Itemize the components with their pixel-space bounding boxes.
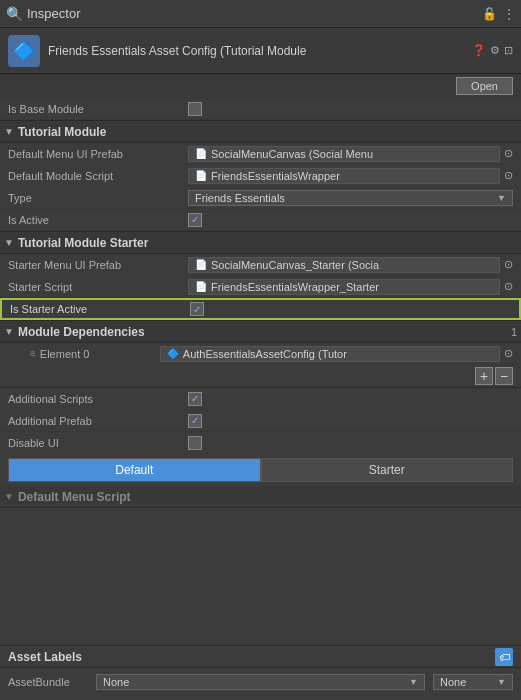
starter-menu-ui-prefab-value: 📄 SocialMenuCanvas_Starter (Socia ⊙ — [188, 257, 513, 273]
starter-script-value: 📄 FriendsEssentialsWrapper_Starter ⊙ — [188, 279, 513, 295]
type-label: Type — [8, 192, 188, 204]
menu-icon[interactable]: ⋮ — [503, 7, 515, 21]
starter-script-ref[interactable]: 📄 FriendsEssentialsWrapper_Starter — [188, 279, 500, 295]
default-module-script-value: 📄 FriendsEssentialsWrapper ⊙ — [188, 168, 513, 184]
bottom-section-header[interactable]: ▼ Default Menu Script — [0, 486, 521, 508]
additional-prefab-label: Additional Prefab — [8, 415, 188, 427]
circle-icon[interactable]: ⊙ — [504, 147, 513, 160]
additional-scripts-value — [188, 392, 513, 406]
asset-name: Friends Essentials Asset Config (Tutoria… — [48, 44, 464, 58]
bundle-dropdown-arrow-1: ▼ — [409, 677, 418, 687]
element-0-ref[interactable]: 🔷 AuthEssentialsAssetConfig (Tutor — [160, 346, 500, 362]
is-base-module-label: Is Base Module — [8, 103, 188, 115]
default-menu-ui-prefab-ref[interactable]: 📄 SocialMenuCanvas (Social Menu — [188, 146, 500, 162]
additional-scripts-checkbox[interactable] — [188, 392, 202, 406]
tutorial-module-starter-section-header[interactable]: ▼ Tutorial Module Starter — [0, 232, 521, 254]
maximize-icon[interactable]: ⊡ — [504, 44, 513, 57]
tutorial-module-starter-title: Tutorial Module Starter — [18, 236, 148, 250]
starter-script-icon: 📄 — [195, 281, 207, 292]
tutorial-module-title: Tutorial Module — [18, 125, 106, 139]
additional-scripts-row: Additional Scripts — [0, 388, 521, 410]
disable-ui-row: Disable UI — [0, 432, 521, 454]
starter-prefab-icon: 📄 — [195, 259, 207, 270]
dependencies-triangle: ▼ — [4, 326, 14, 337]
is-starter-active-row: Is Starter Active — [0, 298, 521, 320]
tab-default[interactable]: Default — [8, 458, 261, 482]
plus-minus-row: + − — [0, 365, 521, 387]
asset-bundle-label: AssetBundle — [8, 676, 88, 688]
lock-icon[interactable]: 🔓 — [482, 7, 497, 21]
script-icon: 📄 — [195, 170, 207, 181]
type-dropdown[interactable]: Friends Essentials ▼ — [188, 190, 513, 206]
help-icon[interactable]: ❓ — [472, 44, 486, 57]
type-value: Friends Essentials ▼ — [188, 190, 513, 206]
is-active-checkbox[interactable] — [188, 213, 202, 227]
module-dependencies-title: Module Dependencies — [18, 325, 145, 339]
header-right: 🔓 ⋮ — [482, 7, 515, 21]
additional-prefab-checkbox[interactable] — [188, 414, 202, 428]
is-active-value — [188, 213, 513, 227]
open-button-row: Open — [0, 74, 521, 98]
inspector-icon-area: 🔍 Inspector — [6, 6, 80, 22]
default-module-script-label: Default Module Script — [8, 170, 188, 182]
starter-script-label: Starter Script — [8, 281, 188, 293]
circle-icon4[interactable]: ⊙ — [504, 280, 513, 293]
prefab-icon: 📄 — [195, 148, 207, 159]
starter-menu-ui-prefab-row: Starter Menu UI Prefab 📄 SocialMenuCanva… — [0, 254, 521, 276]
bottom-triangle: ▼ — [4, 491, 14, 502]
additional-prefab-value — [188, 414, 513, 428]
label-icon[interactable]: 🏷 — [495, 648, 513, 666]
tutorial-module-triangle: ▼ — [4, 126, 14, 137]
bottom-title: Default Menu Script — [18, 490, 131, 504]
module-dependencies-count: 1 — [511, 326, 517, 338]
bundle-dropdown-arrow-2: ▼ — [497, 677, 506, 687]
asset-title-icons: ❓ ⚙ ⊡ — [472, 44, 513, 57]
settings-icon[interactable]: ⚙ — [490, 44, 500, 57]
is-starter-active-value — [190, 302, 511, 316]
is-starter-active-label: Is Starter Active — [10, 303, 190, 315]
starter-menu-ui-prefab-ref[interactable]: 📄 SocialMenuCanvas_Starter (Socia — [188, 257, 500, 273]
bottom-section: Asset Labels 🏷 AssetBundle None ▼ None ▼ — [0, 645, 521, 700]
minus-button[interactable]: − — [495, 367, 513, 385]
disable-ui-label: Disable UI — [8, 437, 188, 449]
circle-icon2[interactable]: ⊙ — [504, 169, 513, 182]
tutorial-module-section-header[interactable]: ▼ Tutorial Module — [0, 121, 521, 143]
default-menu-ui-prefab-label: Default Menu UI Prefab — [8, 148, 188, 160]
plus-button[interactable]: + — [475, 367, 493, 385]
is-base-module-checkbox[interactable] — [188, 102, 202, 116]
starter-triangle: ▼ — [4, 237, 14, 248]
type-row: Type Friends Essentials ▼ — [0, 187, 521, 209]
dropdown-arrow: ▼ — [497, 193, 506, 203]
bundle-dropdown-2[interactable]: None ▼ — [433, 674, 513, 690]
disable-ui-checkbox[interactable] — [188, 436, 202, 450]
main-content: Is Base Module ▼ Tutorial Module Default… — [0, 98, 521, 669]
element-0-row: ≡ Element 0 🔷 AuthEssentialsAssetConfig … — [0, 343, 521, 365]
is-starter-active-checkbox[interactable] — [190, 302, 204, 316]
default-module-script-row: Default Module Script 📄 FriendsEssential… — [0, 165, 521, 187]
default-module-script-ref[interactable]: 📄 FriendsEssentialsWrapper — [188, 168, 500, 184]
element-0-value: 🔷 AuthEssentialsAssetConfig (Tutor ⊙ — [160, 346, 513, 362]
is-base-module-value — [188, 102, 513, 116]
is-active-row: Is Active — [0, 209, 521, 231]
tab-starter[interactable]: Starter — [261, 458, 514, 482]
circle-icon5[interactable]: ⊙ — [504, 347, 513, 360]
element-handle: ≡ — [30, 348, 36, 359]
bundle-dropdown-1[interactable]: None ▼ — [96, 674, 425, 690]
open-button[interactable]: Open — [456, 77, 513, 95]
module-dependencies-section-header[interactable]: ▼ Module Dependencies 1 — [0, 321, 521, 343]
asset-labels-header: Asset Labels 🏷 — [0, 646, 521, 668]
element-0-label: Element 0 — [40, 348, 160, 360]
tab-row: Default Starter — [0, 454, 521, 486]
additional-prefab-row: Additional Prefab — [0, 410, 521, 432]
element-icon: 🔷 — [167, 348, 179, 359]
inspector-icon: 🔍 — [6, 6, 23, 22]
additional-scripts-label: Additional Scripts — [8, 393, 188, 405]
default-menu-ui-prefab-value: 📄 SocialMenuCanvas (Social Menu ⊙ — [188, 146, 513, 162]
is-active-label: Is Active — [8, 214, 188, 226]
default-menu-ui-prefab-row: Default Menu UI Prefab 📄 SocialMenuCanva… — [0, 143, 521, 165]
starter-menu-ui-prefab-label: Starter Menu UI Prefab — [8, 259, 188, 271]
header-bar: 🔍 Inspector 🔓 ⋮ — [0, 0, 521, 28]
is-base-module-row: Is Base Module — [0, 98, 521, 120]
circle-icon3[interactable]: ⊙ — [504, 258, 513, 271]
asset-labels-title: Asset Labels — [8, 650, 82, 664]
